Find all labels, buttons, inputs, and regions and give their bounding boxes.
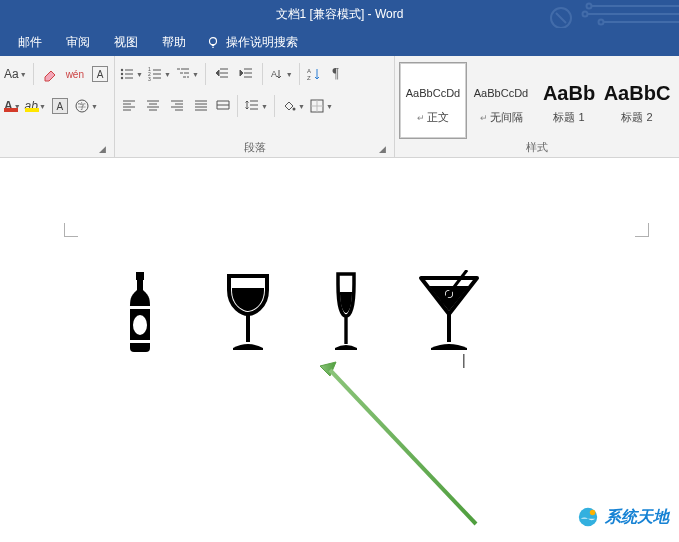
multilevel-list-button[interactable]: ▼ [175, 63, 199, 85]
sort-icon: AZ [306, 66, 322, 82]
style-preview: AaBbC [604, 80, 671, 106]
bottle-icon[interactable] [110, 270, 170, 354]
line-spacing-icon [244, 98, 260, 114]
menu-help[interactable]: 帮助 [152, 30, 196, 55]
chevron-down-icon: ▼ [326, 103, 333, 110]
champagne-glass-icon[interactable] [326, 270, 366, 354]
chevron-down-icon: ▼ [286, 71, 293, 78]
separator [262, 63, 263, 85]
separator [205, 63, 206, 85]
character-border-button[interactable]: A [90, 63, 110, 85]
chevron-down-icon: ▼ [192, 71, 199, 78]
svg-point-16 [292, 108, 295, 111]
svg-point-2 [583, 12, 588, 17]
multilevel-icon [175, 66, 191, 82]
separator [33, 63, 34, 85]
menu-review[interactable]: 审阅 [56, 30, 100, 55]
align-left-button[interactable] [119, 95, 139, 117]
text-direction-button[interactable]: A ▼ [269, 63, 293, 85]
title-decoration [539, 0, 679, 28]
paragraph-dialog-launcher[interactable]: ◢ [376, 143, 388, 155]
wine-glass-icon[interactable] [218, 270, 278, 354]
bullets-button[interactable]: ▼ [119, 63, 143, 85]
font-color-button[interactable]: A ▼ [4, 95, 21, 117]
svg-text:3: 3 [148, 76, 151, 82]
separator [299, 63, 300, 85]
align-left-icon [121, 98, 137, 114]
align-center-button[interactable] [143, 95, 163, 117]
phonetic-guide-button[interactable]: wén [64, 63, 86, 85]
sort-button[interactable]: AZ [306, 63, 322, 85]
justify-button[interactable] [191, 95, 211, 117]
svg-line-30 [330, 370, 476, 524]
svg-rect-28 [447, 314, 451, 342]
outdent-icon [214, 66, 230, 82]
svg-point-8 [121, 73, 123, 75]
svg-rect-21 [130, 306, 150, 309]
align-center-icon [145, 98, 161, 114]
group-label-font: ◢ [4, 139, 110, 157]
font-dialog-launcher[interactable]: ◢ [96, 143, 108, 155]
document-area[interactable]: |⁠ 系统天地 [0, 158, 679, 542]
style-card[interactable]: AaBbC标题 2 [603, 62, 671, 139]
ribbon: Aa ▼ wén A A ▼ a [0, 56, 679, 158]
svg-text:A: A [271, 69, 277, 79]
paint-bucket-icon [281, 98, 297, 114]
svg-rect-19 [137, 280, 143, 290]
chevron-down-icon: ▼ [298, 103, 305, 110]
numbering-icon: 123 [147, 66, 163, 82]
eraser-icon [42, 66, 58, 82]
paragraph-mark-icon: ↵ [417, 113, 425, 123]
style-preview: AaBbCcDd [406, 80, 460, 106]
menu-view[interactable]: 视图 [104, 30, 148, 55]
numbering-button[interactable]: 123 ▼ [147, 63, 171, 85]
chevron-down-icon: ▼ [39, 103, 46, 110]
line-spacing-button[interactable]: ▼ [244, 95, 268, 117]
menu-bar: 邮件 审阅 视图 帮助 操作说明搜索 [0, 28, 679, 56]
align-right-icon [169, 98, 185, 114]
text-highlight-button[interactable]: ab ▼ [25, 95, 46, 117]
style-name: 标题 1 [553, 110, 584, 125]
style-card[interactable]: AaBbCcDd↵正文 [399, 62, 467, 139]
watermark-text: 系统天地 [605, 507, 669, 528]
distributed-button[interactable] [215, 95, 231, 117]
group-label-paragraph: 段落 ◢ [119, 139, 390, 157]
align-right-button[interactable] [167, 95, 187, 117]
tell-me-search[interactable]: 操作说明搜索 [200, 34, 298, 51]
paragraph-mark-icon: ↵ [480, 113, 488, 123]
style-preview: AaBbCcDd [474, 80, 528, 106]
inserted-icons-row [110, 254, 664, 354]
document-page [64, 198, 664, 354]
distributed-icon [215, 98, 231, 114]
svg-rect-22 [130, 340, 150, 343]
text-direction-icon: A [269, 66, 285, 82]
lightbulb-icon [206, 35, 220, 49]
svg-text:字: 字 [78, 102, 86, 111]
svg-point-7 [121, 69, 123, 71]
annotation-arrow [300, 358, 490, 538]
style-name: ↵无间隔 [480, 110, 523, 125]
enclose-characters-button[interactable]: 字 ▼ [74, 95, 98, 117]
styles-gallery[interactable]: AaBbCcDd↵正文AaBbCcDd↵无间隔AaBb标题 1AaBbC标题 2 [399, 58, 675, 139]
globe-icon [577, 506, 599, 528]
svg-rect-23 [246, 314, 250, 342]
chevron-down-icon: ▼ [261, 103, 268, 110]
style-card[interactable]: AaBb标题 1 [535, 62, 603, 139]
svg-point-32 [590, 510, 596, 516]
menu-mail[interactable]: 邮件 [8, 30, 52, 55]
change-case-button[interactable]: Aa ▼ [4, 63, 27, 85]
borders-button[interactable]: ▼ [309, 95, 333, 117]
svg-point-3 [599, 20, 604, 25]
style-name: ↵正文 [417, 110, 449, 125]
clear-formatting-button[interactable] [40, 63, 60, 85]
martini-glass-icon[interactable] [414, 270, 484, 354]
svg-text:Z: Z [307, 75, 311, 81]
increase-indent-button[interactable] [236, 63, 256, 85]
character-shading-button[interactable]: A [50, 95, 70, 117]
title-bar: 文档1 [兼容模式] - Word [0, 0, 679, 28]
decrease-indent-button[interactable] [212, 63, 232, 85]
style-card[interactable]: AaBbCcDd↵无间隔 [467, 62, 535, 139]
svg-point-9 [121, 77, 123, 79]
show-hide-button[interactable]: ¶ [326, 63, 346, 85]
shading-button[interactable]: ▼ [281, 95, 305, 117]
